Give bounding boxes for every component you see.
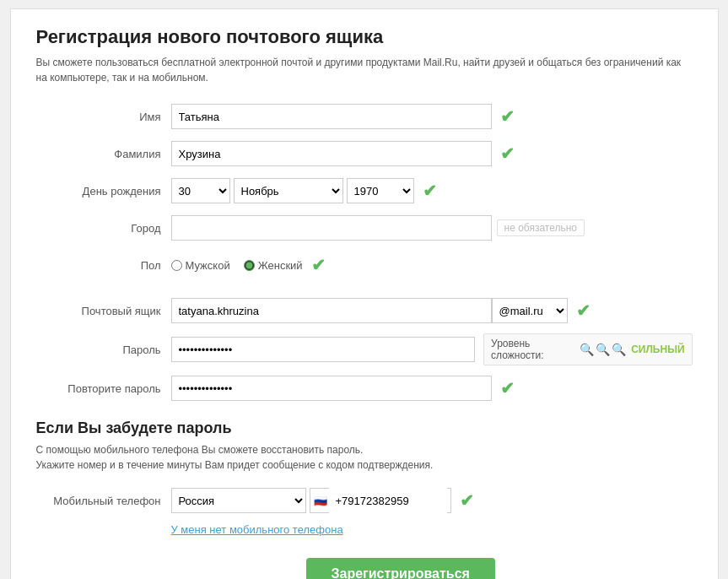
- recovery-title: Если Вы забудете пароль: [36, 419, 693, 437]
- password-confirm-row: Повторите пароль ✔: [36, 374, 693, 403]
- password-label: Пароль: [36, 344, 171, 356]
- password-row: Пароль Уровень сложности: 🔍 🔍 🔍 СИЛЬНЫЙ: [36, 333, 693, 365]
- password-strength-indicator: Уровень сложности: 🔍 🔍 🔍 СИЛЬНЫЙ: [483, 333, 692, 365]
- recovery-subtitle: С помощью мобильного телефона Вы сможете…: [36, 442, 693, 473]
- dob-month-select[interactable]: ЯнварьФевральМартАпрель МайИюньИюльАвгус…: [234, 178, 343, 203]
- page-title: Регистрация нового почтового ящика: [36, 26, 693, 48]
- name-label: Имя: [36, 111, 171, 123]
- name-check: ✔: [500, 106, 515, 127]
- gender-female-option[interactable]: Женский: [244, 259, 303, 272]
- email-username-input[interactable]: [171, 298, 492, 323]
- lock-icon-3: 🔍: [612, 343, 626, 356]
- gender-field: Мужской Женский ✔: [171, 255, 693, 275]
- gender-row: Пол Мужской Женский ✔: [36, 251, 693, 279]
- city-label: Город: [36, 222, 171, 235]
- phone-row: Мобильный телефон Россия 🇷🇺 ✔: [36, 486, 693, 515]
- city-row: Город не обязательно: [36, 214, 693, 242]
- dob-day-select[interactable]: 30: [171, 178, 230, 203]
- password-confirm-check: ✔: [500, 378, 515, 398]
- surname-row: Фамилия ✔: [36, 139, 693, 168]
- dob-selects: 30 ЯнварьФевральМартАпрель МайИюньИюльАв…: [171, 178, 414, 203]
- dob-label: День рождения: [36, 185, 171, 198]
- registration-form: Регистрация нового почтового ящика Вы см…: [10, 8, 719, 579]
- email-domain-select[interactable]: @mail.ru @list.ru @bk.ru @inbox.ru: [492, 298, 568, 323]
- gender-check: ✔: [311, 255, 326, 275]
- lock-icon-2: 🔍: [596, 343, 610, 356]
- dob-check: ✔: [423, 181, 437, 201]
- phone-flag-wrap: 🇷🇺: [310, 488, 451, 513]
- gender-male-radio[interactable]: [171, 260, 182, 271]
- phone-inputs: Россия 🇷🇺: [171, 488, 451, 513]
- strength-text-label: Уровень сложности:: [491, 338, 574, 361]
- name-row: Имя ✔: [36, 102, 693, 131]
- password-confirm-label: Повторите пароль: [36, 382, 171, 395]
- dob-row: День рождения 30 ЯнварьФевральМартАпрель…: [36, 176, 693, 205]
- strength-value: СИЛЬНЫЙ: [631, 344, 684, 355]
- city-optional-hint: не обязательно: [497, 219, 585, 236]
- phone-label: Мобильный телефон: [36, 495, 171, 507]
- email-label: Почтовый ящик: [36, 305, 171, 317]
- surname-field: ✔: [171, 141, 693, 166]
- phone-number-input[interactable]: [329, 488, 447, 513]
- password-field: Уровень сложности: 🔍 🔍 🔍 СИЛЬНЫЙ: [171, 333, 693, 365]
- submit-button[interactable]: Зарегистрироваться: [306, 558, 495, 579]
- surname-input[interactable]: [171, 141, 492, 166]
- password-confirm-field: ✔: [171, 376, 693, 401]
- phone-field: Россия 🇷🇺 ✔: [171, 488, 693, 513]
- email-inputs: @mail.ru @list.ru @bk.ru @inbox.ru: [171, 298, 568, 323]
- recovery-subtitle-line1: С помощью мобильного телефона Вы сможете…: [36, 444, 364, 456]
- gender-female-radio[interactable]: [244, 260, 255, 271]
- email-field: @mail.ru @list.ru @bk.ru @inbox.ru ✔: [171, 298, 693, 323]
- city-input[interactable]: [171, 215, 492, 241]
- city-field: не обязательно: [171, 215, 693, 241]
- recovery-subtitle-line2: Укажите номер и в течение минуты Вам при…: [36, 459, 434, 471]
- lock-icon-1: 🔍: [580, 343, 594, 356]
- email-check: ✔: [576, 300, 590, 321]
- password-confirm-input[interactable]: [171, 376, 492, 401]
- gender-options: Мужской Женский: [171, 259, 303, 272]
- gender-label: Пол: [36, 259, 171, 272]
- strength-icons: 🔍 🔍 🔍: [580, 343, 626, 356]
- russia-flag-icon: 🇷🇺: [314, 495, 327, 507]
- email-row: Почтовый ящик @mail.ru @list.ru @bk.ru @…: [36, 296, 693, 325]
- gender-male-option[interactable]: Мужской: [171, 259, 230, 272]
- page-subtitle: Вы сможете пользоваться бесплатной элект…: [36, 55, 693, 85]
- phone-country-select[interactable]: Россия: [171, 488, 306, 513]
- name-input[interactable]: [171, 104, 492, 129]
- submit-row: Зарегистрироваться: [171, 549, 693, 579]
- dob-year-select[interactable]: 1970: [347, 178, 414, 203]
- password-input[interactable]: [171, 337, 476, 362]
- no-phone-link[interactable]: У меня нет мобильного телефона: [171, 523, 693, 536]
- phone-check: ✔: [460, 490, 474, 511]
- name-field: ✔: [171, 104, 693, 129]
- gender-male-label: Мужской: [186, 259, 230, 272]
- surname-check: ✔: [500, 143, 515, 164]
- gender-female-label: Женский: [258, 259, 303, 272]
- surname-label: Фамилия: [36, 148, 171, 160]
- dob-field: 30 ЯнварьФевральМартАпрель МайИюньИюльАв…: [171, 178, 693, 203]
